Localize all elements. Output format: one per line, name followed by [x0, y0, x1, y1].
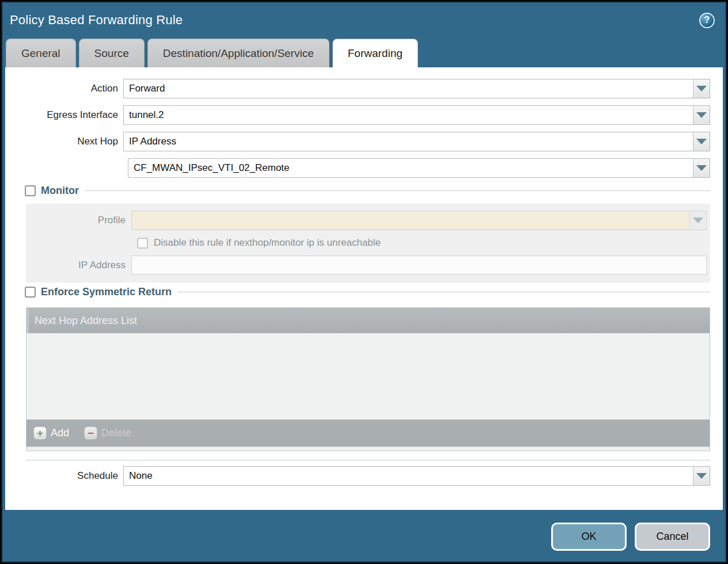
- chevron-down-icon: [696, 473, 707, 479]
- profile-row: Profile: [26, 211, 707, 230]
- enforce-symmetric-return-legend: Enforce Symmetric Return: [25, 286, 177, 298]
- next-hop-address-select[interactable]: CF_MWAN_IPsec_VTI_02_Remote: [128, 158, 710, 178]
- chevron-down-icon: [696, 165, 707, 171]
- profile-value: [132, 211, 689, 230]
- egress-interface-dropdown-button[interactable]: [693, 106, 710, 124]
- egress-interface-value: tunnel.2: [124, 106, 693, 124]
- profile-dropdown-button: [689, 211, 706, 230]
- add-button[interactable]: + Add: [33, 426, 69, 440]
- next-hop-row: Next Hop IP Address: [21, 132, 710, 151]
- monitor-fieldset: Monitor Profile Disable this rule if nex…: [26, 185, 710, 283]
- profile-select-disabled: [131, 211, 707, 230]
- tabstrip: General Source Destination/Application/S…: [2, 39, 726, 67]
- profile-label: Profile: [26, 215, 131, 226]
- tab-source[interactable]: Source: [79, 39, 145, 67]
- action-value: Forward: [124, 79, 693, 98]
- monitor-legend-label: Monitor: [41, 185, 79, 197]
- tab-general[interactable]: General: [6, 39, 76, 67]
- action-row: Action Forward: [21, 79, 710, 98]
- plus-icon: +: [33, 426, 47, 440]
- delete-button: − Delete: [84, 426, 131, 440]
- chevron-down-icon: [696, 139, 707, 144]
- egress-interface-select[interactable]: tunnel.2: [123, 105, 710, 125]
- next-hop-address-value: CF_MWAN_IPsec_VTI_02_Remote: [128, 159, 693, 177]
- cancel-button[interactable]: Cancel: [635, 523, 710, 551]
- egress-interface-row: Egress Interface tunnel.2: [21, 105, 710, 125]
- disable-rule-label: Disable this rule if nexthop/monitor ip …: [154, 237, 381, 249]
- help-icon[interactable]: ?: [699, 13, 715, 28]
- add-button-label: Add: [51, 427, 69, 439]
- next-hop-address-list-header: Next Hop Address List: [26, 308, 710, 333]
- ok-button[interactable]: OK: [551, 523, 627, 551]
- minus-icon: −: [84, 426, 97, 440]
- schedule-label: Schedule: [21, 470, 123, 482]
- next-hop-address-list-table: Next Hop Address List + Add − Delete: [26, 307, 710, 451]
- next-hop-address-dropdown-button[interactable]: [693, 159, 710, 177]
- dialog-title: Policy Based Forwarding Rule: [10, 13, 183, 28]
- next-hop-address-list-header-label: Next Hop Address List: [35, 315, 137, 327]
- action-select[interactable]: Forward: [123, 79, 710, 98]
- next-hop-address-list-toolbar: + Add − Delete: [26, 420, 710, 447]
- disable-rule-checkbox: [137, 238, 148, 249]
- forwarding-tab-panel: Action Forward Egress Interface tunnel.2…: [5, 67, 723, 510]
- monitor-ip-address-input: [131, 256, 707, 275]
- enforce-symmetric-return-fieldset: Enforce Symmetric Return Next Hop Addres…: [26, 286, 710, 460]
- chevron-down-icon: [696, 112, 707, 118]
- schedule-row: Schedule None: [21, 466, 710, 486]
- action-label: Action: [21, 83, 123, 94]
- schedule-select[interactable]: None: [123, 466, 710, 486]
- monitor-legend: Monitor: [25, 185, 85, 197]
- tab-destination-application-service[interactable]: Destination/Application/Service: [147, 39, 329, 67]
- dialog-footer: OK Cancel: [2, 510, 726, 563]
- next-hop-address-row: CF_MWAN_IPsec_VTI_02_Remote: [21, 158, 710, 178]
- monitor-ip-address-label: IP Address: [26, 260, 131, 271]
- egress-interface-label: Egress Interface: [21, 109, 123, 121]
- next-hop-dropdown-button[interactable]: [693, 132, 710, 151]
- schedule-dropdown-button[interactable]: [693, 467, 710, 485]
- monitor-panel: Profile Disable this rule if nexthop/mon…: [26, 204, 710, 283]
- next-hop-address-list-body: [26, 333, 710, 420]
- monitor-checkbox[interactable]: [25, 185, 36, 196]
- action-dropdown-button[interactable]: [693, 79, 710, 98]
- schedule-value: None: [124, 467, 693, 485]
- next-hop-value: IP Address: [124, 132, 693, 151]
- next-hop-select[interactable]: IP Address: [123, 132, 710, 151]
- tab-forwarding[interactable]: Forwarding: [332, 39, 418, 67]
- chevron-down-icon: [696, 86, 707, 92]
- enforce-symmetric-return-checkbox[interactable]: [25, 287, 36, 298]
- disable-rule-row: Disable this rule if nexthop/monitor ip …: [26, 237, 707, 249]
- policy-based-forwarding-dialog: Policy Based Forwarding Rule ? General S…: [0, 0, 728, 564]
- next-hop-label: Next Hop: [21, 136, 123, 147]
- enforce-symmetric-return-legend-label: Enforce Symmetric Return: [41, 286, 172, 298]
- delete-button-label: Delete: [101, 427, 131, 439]
- chevron-down-icon: [693, 218, 703, 223]
- dialog-titlebar: Policy Based Forwarding Rule ?: [2, 2, 726, 39]
- table-bottom-strip: [26, 447, 710, 451]
- monitor-ip-address-row: IP Address: [26, 256, 707, 275]
